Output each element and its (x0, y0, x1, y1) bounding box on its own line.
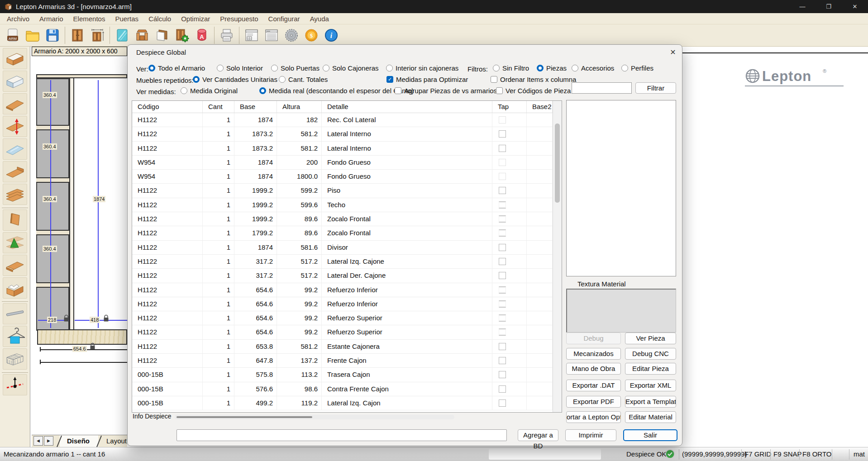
wardrobe-settings-icon[interactable] (172, 25, 192, 45)
saw-blade-icon[interactable] (281, 25, 301, 45)
hanger-tool-icon[interactable] (3, 326, 27, 347)
tap-checkbox[interactable] (499, 229, 506, 237)
table-row[interactable]: H112211999.2599.6Techo (132, 198, 553, 212)
muebles-option-radio[interactable]: Cant. Totales (279, 76, 328, 83)
column-header-cant[interactable]: Cant (203, 101, 234, 113)
menu-presupuesto[interactable]: Presupuesto (215, 13, 263, 24)
tap-checkbox[interactable] (499, 159, 506, 166)
axis-tool-icon[interactable] (3, 374, 27, 395)
medidas-para-optimizar-checkbox[interactable]: ✓ Medidas para Optimizar (386, 76, 468, 83)
table-row[interactable]: H112211873.2581.2Lateral Interno (132, 142, 553, 156)
tap-checkbox[interactable] (499, 399, 506, 407)
shelf-tool-icon[interactable] (3, 93, 27, 114)
debug-cnc-button[interactable]: Debug CNC (625, 348, 676, 360)
tap-checkbox[interactable] (499, 201, 506, 209)
column-header-tap[interactable]: Tap (492, 101, 527, 113)
table-row[interactable]: H11221653.8581.2Estante Cajonera (132, 340, 553, 354)
ver-option-radio[interactable]: Solo Interior (217, 64, 263, 72)
table-row[interactable]: H112211874581.6Divisor (132, 241, 553, 255)
tap-checkbox[interactable] (499, 300, 506, 308)
maximize-button[interactable]: ❐ (816, 0, 842, 13)
mirror-panel-icon[interactable] (112, 25, 132, 45)
medidas-option-radio[interactable]: Medida Original (181, 87, 238, 95)
glass-shelf-tool-icon[interactable] (3, 138, 27, 160)
dialog-close-icon[interactable]: ✕ (668, 48, 678, 57)
table-row[interactable]: H11221654.699.2Refuerzo Inferior (132, 297, 553, 311)
medidas-option-radio[interactable]: Medida real (descontando el espesor del … (259, 87, 414, 95)
lock-icon[interactable] (103, 314, 109, 322)
wardrobe-dimensions-icon[interactable] (87, 25, 107, 45)
menu-elementos[interactable]: Elementos (68, 13, 110, 24)
tap-checkbox[interactable] (499, 215, 506, 223)
ver-codigos-checkbox[interactable]: Ver Códigos de Pieza (496, 87, 571, 95)
save-icon[interactable] (43, 25, 62, 45)
agrupar-piezas-checkbox[interactable]: Agrupar Piezas de vs armarios (395, 87, 497, 95)
tap-checkbox[interactable] (499, 314, 506, 322)
menu-armario[interactable]: Armario (34, 13, 68, 24)
lock-icon[interactable] (63, 314, 69, 322)
table-vertical-scrollbar[interactable] (553, 101, 562, 412)
scrollbar-thumb[interactable] (176, 416, 312, 418)
tap-checkbox[interactable] (499, 116, 506, 124)
table-row[interactable]: 000-15B1576.698.6Contra Frente Cajon (132, 382, 553, 396)
table-row[interactable]: H11221317.2517.2Lateral Der. Cajone (132, 269, 553, 283)
tap-checkbox[interactable] (499, 286, 506, 294)
exportar-dat-button[interactable]: Exportar .DAT (566, 380, 621, 391)
table-row[interactable]: H112211999.2599.2Piso (132, 184, 553, 198)
drawer-front-tool-icon[interactable] (3, 71, 27, 92)
parts-report-icon[interactable] (262, 25, 281, 45)
rod-tool-icon[interactable] (3, 303, 27, 324)
tap-checkbox[interactable] (499, 343, 506, 350)
table-row[interactable]: H112211873.2581.2Lateral Interno (132, 127, 553, 141)
filter-input[interactable] (572, 82, 632, 94)
close-button[interactable]: ✕ (842, 0, 868, 13)
menu-calculo[interactable]: Cálculo (143, 13, 176, 24)
table-row[interactable]: H11221654.699.2Refuerzo Superior (132, 325, 553, 339)
green-divider-tool-icon[interactable] (3, 232, 27, 253)
minimize-button[interactable]: — (789, 0, 816, 13)
filtrar-button[interactable]: Filtrar (635, 82, 676, 94)
interior-view-icon[interactable] (132, 25, 152, 45)
tap-checkbox[interactable] (499, 357, 506, 364)
column-header-codigo[interactable]: Código (132, 101, 203, 113)
column-header-altura[interactable]: Altura (277, 101, 322, 113)
column-header-base[interactable]: Base (234, 101, 277, 113)
scrollbar-thumb[interactable] (555, 124, 560, 203)
ver-option-radio[interactable]: Solo Cajoneras (323, 64, 379, 72)
ordenar-items-checkbox[interactable]: Ordenar Items x columna (491, 76, 576, 83)
pieces-listbox[interactable] (566, 100, 676, 276)
info-icon[interactable]: i (321, 25, 341, 45)
filtro-option-radio[interactable]: Piezas (537, 64, 567, 72)
edge-shelf-tool-icon[interactable] (3, 255, 27, 276)
tap-checkbox[interactable] (499, 328, 506, 336)
menu-archivo[interactable]: Archivo (2, 13, 34, 24)
table-row[interactable]: W95411874200Fondo Grueso (132, 156, 553, 170)
table-row[interactable]: H11221647.8137.2Frente Cajon (132, 354, 553, 368)
shelf-lip-tool-icon[interactable] (3, 161, 27, 182)
adjustable-shelf-tool-icon[interactable] (3, 116, 27, 137)
tap-checkbox[interactable] (499, 130, 506, 138)
budget-report-icon[interactable] (242, 25, 262, 45)
tap-checkbox[interactable] (499, 173, 506, 180)
table-row[interactable]: H112211874182Rec. Col Lateral (132, 113, 553, 127)
filtro-option-radio[interactable]: Sin Filtro (493, 64, 529, 72)
print-icon[interactable] (217, 25, 237, 45)
tap-checkbox[interactable] (499, 258, 506, 265)
table-row[interactable]: H112211799.289.6Zocalo Frontal (132, 226, 553, 240)
basket-tool-icon[interactable] (3, 348, 27, 370)
new-arm-file-icon[interactable]: ARM (3, 25, 23, 45)
tap-checkbox[interactable] (499, 187, 506, 194)
ver-option-radio[interactable]: Todo el Armario (148, 64, 205, 72)
tap-checkbox[interactable] (499, 371, 506, 378)
table-row[interactable]: H112211999.289.6Zocalo Frontal (132, 212, 553, 226)
filtro-option-radio[interactable]: Perfiles (621, 64, 653, 72)
salir-button[interactable]: Salir (623, 429, 677, 441)
table-row[interactable]: H11221654.699.2Refuerzo Superior (132, 311, 553, 325)
table-row[interactable]: H11221317.2517.2Lateral Izq. Cajone (132, 255, 553, 269)
open-folder-icon[interactable] (23, 25, 43, 45)
editar-material-button[interactable]: Editar Material (625, 411, 676, 423)
muebles-option-radio[interactable]: Ver Cantidades Unitarias (193, 76, 277, 83)
agregar-a-bd-button[interactable]: Agregar a BD (518, 429, 558, 441)
table-row[interactable]: W954118741800.0Fondo Grueso (132, 170, 553, 184)
column-header-base2[interactable]: Base2 (527, 101, 553, 113)
